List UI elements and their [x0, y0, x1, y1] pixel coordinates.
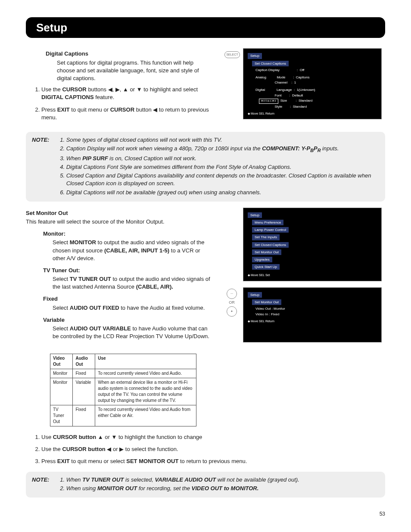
osd-closed-captions: SELECT Setup Set Closed Captions Caption…	[243, 48, 382, 119]
select-button-icon: SELECT	[224, 50, 239, 59]
def-term-monitor: Monitor:	[43, 230, 213, 238]
dpad-icon: ✦	[227, 306, 237, 317]
osd-setup-menu: Setup Menu Preference Lamp Power Control…	[243, 208, 382, 281]
page-title: Setup	[26, 17, 385, 38]
page-number: 53	[26, 510, 385, 518]
note-block-monitor-out: NOTE: When TV TUNER OUT is selected, VAR…	[26, 472, 385, 498]
note-item: When PIP SURF is on, Closed Caption will…	[66, 155, 378, 162]
table-header: Use	[95, 354, 196, 369]
step-item: Use CURSOR button ▲ or ▼ to highlight th…	[41, 433, 385, 441]
note-item: Caption Display will not work when viewi…	[66, 145, 378, 154]
note-item: When TV TUNER OUT is selected, VARIABLE …	[66, 476, 378, 484]
note-item: Some types of digital closed captions wi…	[66, 136, 378, 144]
monitor-out-table: Video Out Audio Out Use MonitorFixedTo r…	[50, 354, 196, 426]
step-item: Use the CURSOR button ◀ or ▶ to select t…	[41, 445, 385, 453]
brand-logo: HITACHI	[259, 99, 278, 104]
def-body-monitor: Select MONITOR to output the audio and v…	[53, 239, 213, 262]
heading-set-monitor-out: Set Monitor Out	[26, 209, 213, 217]
text-digital-captions-intro: Set captions for digital programs. This …	[57, 59, 213, 83]
table-row: MonitorVariableWhen an external device l…	[50, 378, 196, 405]
note-block-captions: NOTE: Some types of digital closed capti…	[26, 132, 385, 202]
heading-digital-captions: Digital Captions	[46, 50, 213, 58]
note-item: Closed Caption and Digital Captions avai…	[66, 172, 378, 187]
table-row: MonitorFixedTo record currently viewed V…	[50, 369, 196, 378]
table-header: Video Out	[50, 354, 73, 369]
text-set-monitor-out-intro: This feature will select the source of t…	[26, 218, 213, 226]
def-term-tvtuner: TV Tuner Out:	[43, 267, 213, 274]
step-item: Use the CURSOR buttons ◀, ▶, ▲ or ▼ to h…	[41, 86, 213, 101]
osd-set-monitor-out: ··· OR ✦ Setup Set Monitor Out Video Out…	[243, 287, 382, 342]
def-body-fixed: Select AUDIO OUT FIXED to have the Audio…	[53, 304, 213, 312]
step-item: Press EXIT to quit menu or select SET MO…	[41, 457, 385, 465]
table-row: TV Tuner OutFixedTo record currently vie…	[50, 405, 196, 426]
table-header: Audio Out	[73, 354, 95, 369]
step-item: Press EXIT to quit menu or CURSOR button…	[41, 106, 213, 121]
note-item: Digital Captions will not be available (…	[66, 189, 378, 196]
note-item: Digital Captions Font Style are sometime…	[66, 163, 378, 171]
def-body-variable: Select AUDIO OUT VARIABLE to have Audio …	[53, 325, 213, 340]
def-term-variable: Variable	[43, 316, 213, 324]
def-term-fixed: Fixed	[43, 295, 213, 303]
note-item: When using MONITOR OUT for recording, se…	[66, 485, 378, 492]
def-body-tvtuner: Select TV TUNER OUT to output the audio …	[53, 275, 213, 291]
up-button-icon: ··· OR ✦	[224, 288, 239, 317]
